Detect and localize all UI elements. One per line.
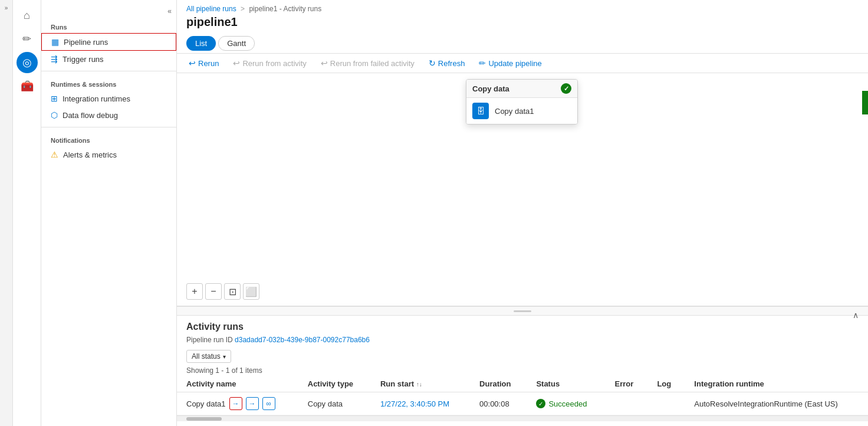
diagram-green-status-block xyxy=(862,91,868,114)
integration-runtimes-nav-item[interactable]: ⊞ Integration runtimes xyxy=(41,90,176,107)
copy-data1-popup-item[interactable]: 🗄 Copy data1 xyxy=(466,98,577,124)
col-status: Status xyxy=(527,376,605,392)
far-left-collapse-bar: » xyxy=(0,0,13,426)
check-icon: ✓ xyxy=(564,85,569,93)
integration-runtimes-icon: ⊞ xyxy=(51,94,58,103)
fullscreen-icon: ⬜ xyxy=(245,286,257,297)
home-nav-icon[interactable]: ⌂ xyxy=(17,5,38,26)
collapse-panel-btn[interactable]: ∧ xyxy=(853,310,859,320)
nav-divider-1 xyxy=(41,71,176,71)
pipeline-runs-icon: ▦ xyxy=(51,37,59,47)
update-pipeline-icon: ✏ xyxy=(479,58,486,68)
cell-activity-type: Copy data xyxy=(298,392,371,415)
data-flow-debug-nav-item[interactable]: ⬡ Data flow debug xyxy=(41,107,176,123)
status-filter-label: All status xyxy=(192,352,221,361)
breadcrumb-current: pipeline1 - Activity runs xyxy=(249,5,321,13)
tab-gantt[interactable]: Gantt xyxy=(218,36,255,51)
tab-list[interactable]: List xyxy=(186,36,216,51)
run-start-sort-icon[interactable]: ↑↓ xyxy=(416,381,422,388)
col-activity-type: Activity type xyxy=(298,376,371,392)
activity-name-text: Copy data1 xyxy=(186,399,226,408)
refresh-icon: ↻ xyxy=(429,58,436,68)
rerun-button[interactable]: ↩ Rerun xyxy=(186,57,221,69)
pipeline-runs-label: Pipeline runs xyxy=(64,38,108,47)
status-filter-dropdown[interactable]: All status ▾ xyxy=(186,350,231,363)
pipeline-runs-nav-item[interactable]: ▦ Pipeline runs xyxy=(41,33,176,51)
rerun-from-failed-button[interactable]: ↩ Rerun from failed activity xyxy=(318,57,417,69)
resize-divider[interactable]: ∧ xyxy=(177,306,868,316)
runtimes-section-header: Runtimes & sessions xyxy=(41,75,176,90)
col-integration-runtime: Integration runtime xyxy=(685,376,868,392)
status-succeeded: ✓ Succeeded xyxy=(536,399,596,408)
main-content: All pipeline runs > pipeline1 - Activity… xyxy=(177,0,868,426)
left-nav-collapse-btn[interactable]: « xyxy=(167,7,172,15)
activity-name-cell: Copy data1 → → ∞ xyxy=(186,397,289,410)
divider-dash xyxy=(514,310,531,312)
fullscreen-button[interactable]: ⬜ xyxy=(243,283,259,300)
showing-count-text: Showing 1 - 1 of 1 items xyxy=(177,365,868,376)
refresh-label: Refresh xyxy=(438,59,465,68)
monitor-nav-icon[interactable]: ◎ xyxy=(17,52,38,73)
table-row: Copy data1 → → ∞ Copy data 1/27/22, 3:40… xyxy=(177,392,868,415)
status-check-icon: ✓ xyxy=(536,399,545,408)
notifications-section-header: Notifications xyxy=(41,131,176,146)
activity-runs-table: Activity name Activity type Run start ↑↓… xyxy=(177,376,868,415)
activity-output-icon-btn[interactable]: → xyxy=(246,397,259,410)
minus-icon: − xyxy=(211,286,216,297)
rerun-from-activity-icon: ↩ xyxy=(233,58,240,68)
alerts-metrics-label: Alerts & metrics xyxy=(63,150,117,159)
breadcrumb-all-pipeline-runs-link[interactable]: All pipeline runs xyxy=(186,5,236,13)
update-pipeline-button[interactable]: ✏ Update pipeline xyxy=(476,57,544,69)
cell-status: ✓ Succeeded xyxy=(527,392,605,415)
col-activity-name: Activity name xyxy=(177,376,298,392)
copy-data-icon: 🗄 xyxy=(476,106,485,116)
copy-data-popup: Copy data ✓ 🗄 Copy data1 xyxy=(466,79,578,124)
table-header-row: Activity name Activity type Run start ↑↓… xyxy=(177,376,868,392)
activity-input-icon-btn[interactable]: → xyxy=(229,397,242,410)
pipeline-run-id-label: Pipeline run ID xyxy=(186,336,233,344)
trigger-runs-nav-item[interactable]: ⇶ Trigger runs xyxy=(41,51,176,67)
fit-to-screen-button[interactable]: ⊡ xyxy=(224,283,241,300)
cell-integration-runtime: AutoResolveIntegrationRuntime (East US) xyxy=(685,392,868,415)
author-nav-icon[interactable]: ✏ xyxy=(17,28,38,50)
horizontal-scrollbar[interactable] xyxy=(177,415,868,421)
rerun-label: Rerun xyxy=(198,59,219,68)
copy-data1-label: Copy data1 xyxy=(495,107,534,116)
rerun-from-activity-button[interactable]: ↩ Rerun from activity xyxy=(231,57,308,69)
activity-link-icon-btn[interactable]: ∞ xyxy=(262,397,275,410)
fit-icon: ⊡ xyxy=(229,286,236,297)
data-flow-debug-label: Data flow debug xyxy=(63,111,118,120)
zoom-in-button[interactable]: + xyxy=(186,283,203,300)
activity-runs-title: Activity runs xyxy=(177,316,868,335)
col-duration: Duration xyxy=(470,376,527,392)
pipeline-run-id-row: Pipeline run ID d3adadd7-032b-439e-9b87-… xyxy=(177,335,868,348)
expand-icon[interactable]: » xyxy=(5,5,8,11)
scrollbar-thumb[interactable] xyxy=(186,417,222,421)
nav-divider-2 xyxy=(41,127,176,127)
cell-duration: 00:00:08 xyxy=(470,392,527,415)
cell-error xyxy=(605,392,647,415)
data-flow-debug-icon: ⬡ xyxy=(51,110,58,120)
pipeline-run-id-value: d3adadd7-032b-439e-9b87-0092c77ba6b6 xyxy=(235,336,370,344)
refresh-button[interactable]: ↻ Refresh xyxy=(426,57,468,69)
breadcrumb: All pipeline runs > pipeline1 - Activity… xyxy=(177,0,868,14)
manage-nav-icon[interactable]: 🧰 xyxy=(17,76,38,97)
cell-activity-name: Copy data1 → → ∞ xyxy=(177,392,298,415)
activity-runs-section: Activity runs Pipeline run ID d3adadd7-0… xyxy=(177,316,868,426)
diagram-controls: + − ⊡ ⬜ xyxy=(186,283,259,300)
copy-data-icon-box: 🗄 xyxy=(472,103,489,119)
status-filter-chevron-icon: ▾ xyxy=(223,353,226,360)
plus-icon: + xyxy=(192,286,197,297)
zoom-out-button[interactable]: − xyxy=(205,283,222,300)
popup-header-label: Copy data xyxy=(472,84,509,93)
filter-row: All status ▾ xyxy=(177,348,868,365)
icon-sidebar: ⌂ ✏ ◎ 🧰 xyxy=(13,0,41,426)
update-pipeline-label: Update pipeline xyxy=(488,59,541,68)
integration-runtimes-label: Integration runtimes xyxy=(63,94,130,103)
view-tabs-toolbar: List Gantt xyxy=(177,34,868,54)
trigger-runs-label: Trigger runs xyxy=(63,55,104,64)
rerun-icon: ↩ xyxy=(189,58,196,68)
popup-header: Copy data ✓ xyxy=(466,80,577,98)
status-text: Succeeded xyxy=(548,399,587,408)
alerts-metrics-nav-item[interactable]: ⚠ Alerts & metrics xyxy=(41,146,176,163)
